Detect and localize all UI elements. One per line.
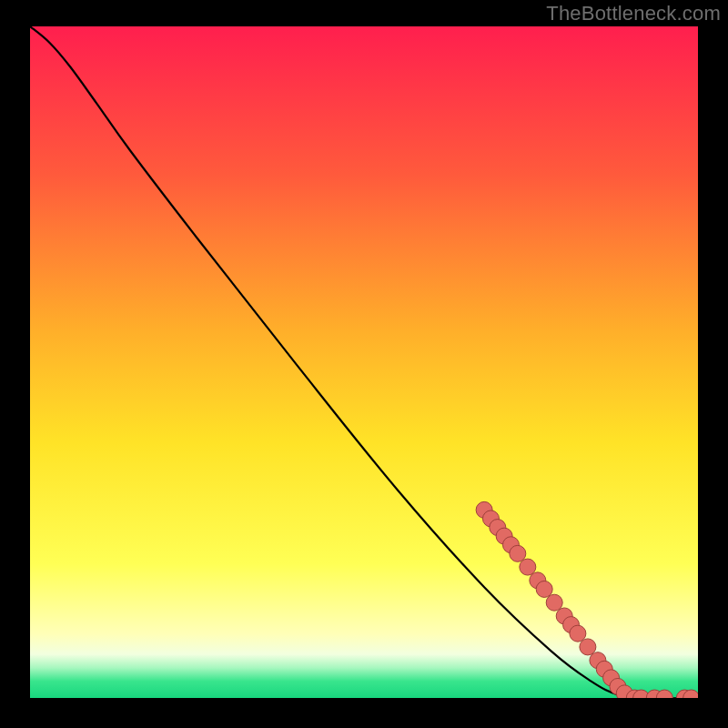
data-marker [510, 545, 526, 561]
data-marker [536, 581, 552, 597]
data-marker [570, 625, 586, 642]
chart-root: TheBottleneck.com [0, 0, 728, 728]
data-marker [520, 559, 536, 575]
plot-area [30, 26, 698, 698]
plot-svg [30, 26, 698, 698]
gradient-background [30, 26, 698, 698]
data-marker [580, 639, 596, 655]
watermark-text: TheBottleneck.com [546, 2, 721, 25]
data-marker [546, 594, 562, 611]
